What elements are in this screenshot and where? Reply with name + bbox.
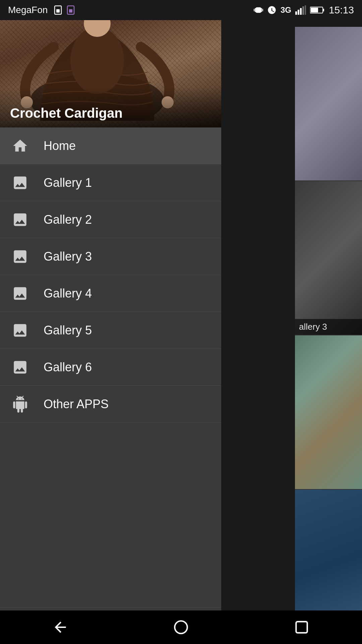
gallery3-right-label: allery 3 — [295, 319, 362, 335]
svg-rect-6 — [300, 8, 302, 15]
status-bar-left: MegaFon — [8, 5, 76, 15]
nav-gallery6-label: Gallery 6 — [44, 360, 92, 374]
network-type: 3G — [281, 5, 291, 15]
gallery2-icon — [10, 210, 30, 230]
status-bar-right: 3G 15:13 — [254, 4, 354, 16]
home-button[interactable] — [161, 615, 201, 639]
gallery3-icon — [10, 247, 30, 267]
svg-rect-5 — [298, 10, 299, 15]
alarm-icon — [267, 5, 277, 15]
battery-icon — [310, 5, 325, 15]
nav-otherapps-label: Other APPS — [44, 397, 109, 411]
svg-rect-10 — [323, 9, 324, 11]
svg-rect-11 — [311, 8, 318, 12]
nav-gallery3-label: Gallery 3 — [44, 250, 92, 264]
nav-gallery2-label: Gallery 2 — [44, 213, 92, 227]
svg-rect-3 — [69, 9, 72, 13]
nav-gallery1-label: Gallery 1 — [44, 176, 92, 190]
sim2-icon — [66, 5, 76, 15]
nav-item-gallery6[interactable]: Gallery 6 — [0, 349, 221, 386]
gallery4-icon — [10, 283, 30, 304]
nav-item-otherapps[interactable]: Other APPS — [0, 386, 221, 423]
home-icon — [10, 136, 30, 156]
grid-item-2[interactable]: allery 3 — [295, 181, 362, 335]
svg-rect-4 — [295, 11, 297, 15]
signal-icon — [295, 5, 306, 15]
back-button[interactable] — [40, 615, 80, 639]
nav-item-gallery3[interactable]: Gallery 3 — [0, 238, 221, 275]
svg-point-17 — [175, 621, 187, 634]
svg-rect-7 — [302, 6, 304, 15]
drawer: Crochet Cardigan Home Gallery 1 — [0, 0, 221, 644]
time-display: 15:13 — [329, 4, 354, 16]
gallery5-icon — [10, 320, 30, 340]
grid-item-3[interactable] — [295, 335, 362, 490]
nav-gallery4-label: Gallery 4 — [44, 286, 92, 301]
recents-button[interactable] — [282, 615, 322, 639]
nav-item-gallery4[interactable]: Gallery 4 — [0, 275, 221, 312]
bottom-nav — [0, 610, 362, 644]
drawer-header-overlay: Crochet Cardigan — [0, 87, 221, 127]
svg-rect-1 — [56, 9, 60, 13]
gallery6-icon — [10, 357, 30, 377]
status-bar: MegaFon 3G — [0, 0, 362, 20]
gallery1-icon — [10, 173, 30, 193]
vibrate-icon — [254, 5, 263, 15]
svg-rect-18 — [296, 622, 307, 633]
nav-list: Home Gallery 1 Gallery 2 — [0, 127, 221, 423]
app-title: Crochet Cardigan — [10, 106, 123, 121]
svg-rect-8 — [305, 5, 306, 15]
nav-item-home[interactable]: Home — [0, 127, 221, 164]
sim1-icon — [53, 5, 63, 15]
android-icon — [10, 394, 30, 414]
nav-home-label: Home — [44, 139, 76, 153]
right-grid: allery 3 allery 6 — [295, 27, 362, 644]
nav-item-gallery5[interactable]: Gallery 5 — [0, 312, 221, 349]
carrier-name: MegaFon — [8, 5, 48, 15]
grid-item-1[interactable] — [295, 27, 362, 181]
status-icons-left — [53, 5, 76, 15]
nav-gallery5-label: Gallery 5 — [44, 323, 92, 337]
nav-item-gallery1[interactable]: Gallery 1 — [0, 164, 221, 201]
nav-item-gallery2[interactable]: Gallery 2 — [0, 201, 221, 238]
